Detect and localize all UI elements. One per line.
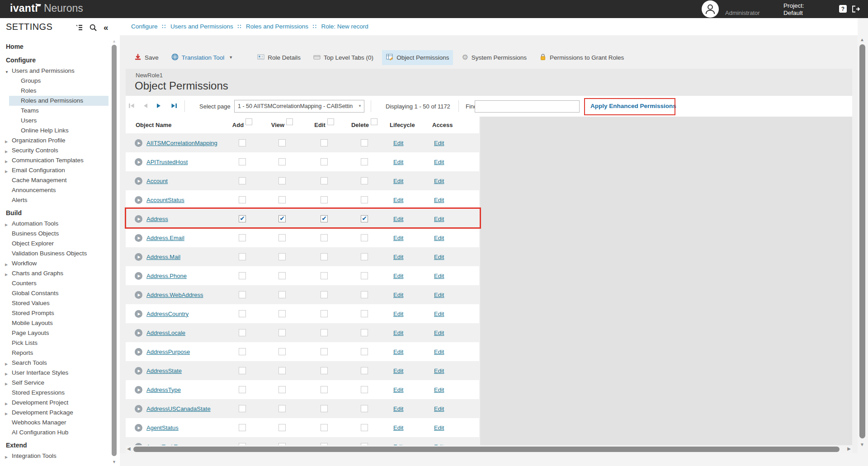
delete-checkbox[interactable] xyxy=(361,329,368,336)
add-checkbox-checked[interactable] xyxy=(239,215,246,222)
scroll-down-icon[interactable]: ▼ xyxy=(112,460,116,464)
add-checkbox[interactable] xyxy=(239,405,246,412)
lifecycle-edit-link[interactable]: Edit xyxy=(393,424,403,431)
add-checkbox[interactable] xyxy=(239,196,246,203)
object-name-link[interactable]: APITrustedHost xyxy=(146,159,188,165)
edit-checkbox[interactable] xyxy=(321,234,328,241)
sidebar-scrollbar-thumb[interactable] xyxy=(112,45,117,456)
sidebar-item-alerts[interactable]: Alerts xyxy=(0,195,108,205)
lifecycle-edit-link[interactable]: Edit xyxy=(393,405,403,412)
expand-row-icon[interactable]: ▶ xyxy=(135,424,142,432)
lifecycle-edit-link[interactable]: Edit xyxy=(393,140,403,146)
sidebar-item-stored-values[interactable]: Stored Values xyxy=(0,298,108,308)
logout-icon[interactable] xyxy=(852,5,860,14)
lifecycle-edit-link[interactable]: Edit xyxy=(393,235,403,241)
access-edit-link[interactable]: Edit xyxy=(434,140,444,146)
delete-checkbox[interactable] xyxy=(361,386,368,393)
add-checkbox[interactable] xyxy=(239,424,246,431)
access-edit-link[interactable]: Edit xyxy=(434,424,444,431)
edit-checkbox-checked[interactable] xyxy=(321,215,328,222)
previous-page-button[interactable] xyxy=(142,103,148,111)
collapse-tree-icon[interactable] xyxy=(76,24,83,33)
object-permissions-tab[interactable]: Object Permissions xyxy=(382,50,453,65)
permissions-to-grant-roles-tab[interactable]: Permissions to Grant Roles xyxy=(535,50,628,65)
chevron-right-icon[interactable]: ▶ xyxy=(5,138,8,146)
add-checkbox[interactable] xyxy=(239,386,246,393)
project-selector[interactable]: Project: Default xyxy=(783,2,804,17)
sidebar-item-communication-templates[interactable]: ▶Communication Templates xyxy=(0,155,108,165)
delete-checkbox[interactable] xyxy=(361,367,368,374)
object-name-link[interactable]: AddressPurpose xyxy=(146,348,190,355)
view-checkbox[interactable] xyxy=(278,272,286,279)
chevron-right-icon[interactable]: ▶ xyxy=(5,400,8,408)
delete-checkbox[interactable] xyxy=(361,158,368,165)
access-edit-link[interactable]: Edit xyxy=(434,178,444,184)
sidebar-item-charts-and-graphs[interactable]: ▶Charts and Graphs xyxy=(0,268,108,278)
vertical-scrollbar[interactable]: ▲ ▼ xyxy=(859,37,866,462)
help-icon[interactable]: ? xyxy=(839,5,847,13)
breadcrumb-roles-and-permissions[interactable]: Roles and Permissions xyxy=(246,23,308,30)
sidebar-item-configure[interactable]: Configure xyxy=(0,55,108,66)
object-name-link[interactable]: AgentStatus xyxy=(146,424,179,431)
role-details-tab[interactable]: Role Details xyxy=(253,50,305,65)
access-edit-link[interactable]: Edit xyxy=(434,197,444,203)
access-edit-link[interactable]: Edit xyxy=(434,386,444,393)
edit-checkbox[interactable] xyxy=(321,424,328,431)
add-checkbox[interactable] xyxy=(239,177,246,184)
sidebar-item-workflow[interactable]: ▶Workflow xyxy=(0,259,108,268)
select-all-view-checkbox[interactable] xyxy=(286,118,293,125)
access-edit-link[interactable]: Edit xyxy=(434,273,444,279)
search-icon[interactable] xyxy=(90,24,97,33)
last-page-button[interactable] xyxy=(170,103,177,111)
sidebar-item-announcements[interactable]: Announcements xyxy=(0,185,108,195)
sidebar-scrollbar[interactable]: ▲ ▼ xyxy=(111,39,117,464)
expand-row-icon[interactable]: ▶ xyxy=(135,139,142,147)
edit-checkbox[interactable] xyxy=(321,386,328,393)
expand-row-icon[interactable]: ▶ xyxy=(135,291,142,299)
access-edit-link[interactable]: Edit xyxy=(434,367,444,374)
sidebar-item-email-configuration[interactable]: ▶Email Configuration xyxy=(0,165,108,175)
select-page-dropdown[interactable]: 1 - 50 AIITSMCorrelationMapping - CABSet… xyxy=(234,100,364,113)
delete-checkbox[interactable] xyxy=(361,139,368,146)
edit-checkbox[interactable] xyxy=(321,348,328,355)
lifecycle-edit-link[interactable]: Edit xyxy=(393,386,403,393)
sidebar-item-validation-business-objects[interactable]: Validation Business Objects xyxy=(0,249,108,259)
access-edit-link[interactable]: Edit xyxy=(434,216,444,222)
delete-checkbox[interactable] xyxy=(361,348,368,355)
scroll-left-icon[interactable]: ◀ xyxy=(127,446,131,451)
sidebar-item-security-controls[interactable]: ▶Security Controls xyxy=(0,146,108,155)
access-edit-link[interactable]: Edit xyxy=(434,405,444,412)
edit-checkbox[interactable] xyxy=(321,291,328,298)
scroll-down-icon[interactable]: ▼ xyxy=(860,442,864,447)
sidebar-item-development-project[interactable]: ▶Development Project xyxy=(0,398,108,408)
add-checkbox[interactable] xyxy=(239,158,246,165)
edit-checkbox[interactable] xyxy=(321,253,328,260)
delete-checkbox[interactable] xyxy=(361,424,368,431)
object-name-link[interactable]: AIITSMCorrelationMapping xyxy=(146,140,217,146)
add-checkbox[interactable] xyxy=(239,253,246,260)
edit-checkbox[interactable] xyxy=(321,329,328,336)
sidebar-item-stored-prompts[interactable]: Stored Prompts xyxy=(0,308,108,318)
view-checkbox[interactable] xyxy=(278,291,286,298)
expand-row-icon[interactable]: ▶ xyxy=(135,196,142,204)
sidebar-item-user-interface-styles[interactable]: ▶User Interface Styles xyxy=(0,368,108,378)
view-checkbox[interactable] xyxy=(278,424,286,431)
chevron-right-icon[interactable]: ▶ xyxy=(5,371,8,378)
object-name-link[interactable]: AddressLocale xyxy=(146,329,185,336)
access-edit-link[interactable]: Edit xyxy=(434,292,444,298)
object-name-link[interactable]: Account xyxy=(146,178,168,184)
chevron-right-icon[interactable]: ▶ xyxy=(5,381,8,388)
delete-checkbox-checked[interactable] xyxy=(361,215,368,222)
lifecycle-edit-link[interactable]: Edit xyxy=(393,348,403,355)
access-edit-link[interactable]: Edit xyxy=(434,348,444,355)
delete-checkbox[interactable] xyxy=(361,253,368,260)
view-checkbox[interactable] xyxy=(278,253,286,260)
expand-row-icon[interactable]: ▶ xyxy=(135,329,142,337)
edit-checkbox[interactable] xyxy=(321,405,328,412)
lifecycle-edit-link[interactable]: Edit xyxy=(393,216,403,222)
sidebar-item-ai-configuration-hub[interactable]: AI Configuration Hub xyxy=(0,428,108,438)
sidebar-item-webhooks-manager[interactable]: Webhooks Manager xyxy=(0,418,108,428)
lifecycle-edit-link[interactable]: Edit xyxy=(393,197,403,203)
chevron-right-icon[interactable]: ▶ xyxy=(5,261,8,268)
chevron-right-icon[interactable]: ▶ xyxy=(5,221,8,229)
